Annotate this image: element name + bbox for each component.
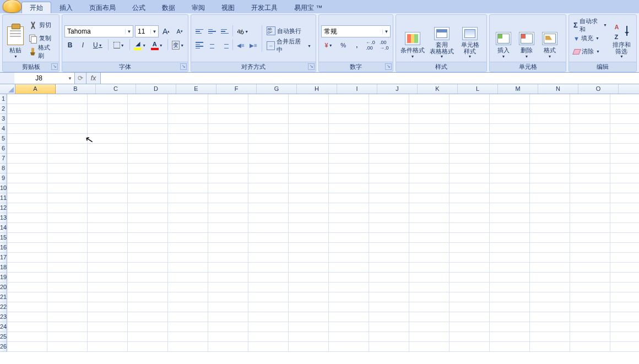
cell[interactable]: [450, 154, 490, 164]
cell[interactable]: [450, 134, 490, 144]
cell[interactable]: [369, 154, 409, 164]
cell[interactable]: [168, 94, 208, 104]
cell[interactable]: [610, 114, 639, 124]
cell[interactable]: [450, 213, 490, 223]
cell[interactable]: [168, 233, 208, 243]
sort-filter-button[interactable]: 排序和 筛选▼: [609, 18, 634, 59]
cell[interactable]: [450, 302, 490, 312]
cell[interactable]: [409, 263, 450, 273]
cell[interactable]: [570, 332, 610, 342]
cell[interactable]: [450, 183, 490, 193]
percent-button[interactable]: %: [337, 39, 350, 51]
cell[interactable]: [329, 134, 369, 144]
cell[interactable]: [490, 173, 530, 183]
cell[interactable]: [329, 273, 369, 282]
cell[interactable]: [570, 183, 610, 193]
cell[interactable]: [530, 94, 570, 104]
cell[interactable]: [490, 322, 530, 332]
cell[interactable]: [248, 282, 289, 292]
row-header[interactable]: 13: [0, 213, 7, 223]
cell[interactable]: [7, 263, 47, 273]
cell[interactable]: [47, 302, 88, 312]
cell[interactable]: [168, 114, 208, 124]
cell[interactable]: [570, 322, 610, 332]
cell[interactable]: [7, 312, 47, 322]
clipboard-launcher[interactable]: ↘: [51, 63, 58, 70]
cell[interactable]: [450, 114, 490, 124]
cell[interactable]: [610, 312, 639, 322]
cell[interactable]: [369, 94, 409, 104]
cell[interactable]: [329, 233, 369, 243]
cell[interactable]: [570, 302, 610, 312]
cell[interactable]: [128, 263, 168, 273]
cell[interactable]: [47, 193, 88, 203]
cell[interactable]: [409, 193, 450, 203]
cell[interactable]: [530, 173, 570, 183]
row-header[interactable]: 11: [0, 193, 7, 203]
cell[interactable]: [168, 134, 208, 144]
cell[interactable]: [570, 104, 610, 114]
cell[interactable]: [610, 213, 639, 223]
cell[interactable]: [248, 332, 289, 342]
row-header[interactable]: 24: [0, 322, 7, 332]
cell[interactable]: [329, 94, 369, 104]
valign-mid-button[interactable]: [206, 25, 218, 37]
cell[interactable]: [88, 144, 128, 154]
cell-area[interactable]: ↖: [7, 94, 639, 352]
cell[interactable]: [208, 213, 248, 223]
cell[interactable]: [530, 273, 570, 282]
cell[interactable]: [7, 273, 47, 282]
cell[interactable]: [570, 253, 610, 263]
font-name-combo[interactable]: Tahoma▼: [64, 25, 133, 37]
cell[interactable]: [208, 124, 248, 134]
cell[interactable]: [369, 173, 409, 183]
cell[interactable]: [490, 332, 530, 342]
cell[interactable]: [168, 104, 208, 114]
col-header-J[interactable]: J: [377, 84, 418, 94]
cell[interactable]: [208, 183, 248, 193]
cell[interactable]: [369, 193, 409, 203]
cell[interactable]: [88, 223, 128, 233]
cell[interactable]: [248, 94, 289, 104]
cell[interactable]: [7, 94, 47, 104]
cell[interactable]: [289, 322, 329, 332]
delete-button[interactable]: 删除▼: [515, 18, 538, 59]
cell[interactable]: [369, 253, 409, 263]
cell[interactable]: [490, 263, 530, 273]
chevron-down-icon[interactable]: ▼: [125, 29, 133, 34]
cell[interactable]: [570, 164, 610, 173]
cell[interactable]: [168, 282, 208, 292]
orientation-button[interactable]: ab▼: [235, 25, 251, 37]
cell[interactable]: [47, 223, 88, 233]
cell[interactable]: [409, 173, 450, 183]
cell[interactable]: [530, 104, 570, 114]
cell[interactable]: [369, 104, 409, 114]
cell[interactable]: [450, 233, 490, 243]
cell[interactable]: [88, 134, 128, 144]
cell[interactable]: [610, 144, 639, 154]
tab-insert[interactable]: 插入: [51, 2, 81, 13]
cell[interactable]: [168, 332, 208, 342]
cell[interactable]: [88, 164, 128, 173]
cell[interactable]: [570, 243, 610, 253]
cell[interactable]: [289, 134, 329, 144]
cell[interactable]: [289, 154, 329, 164]
cell[interactable]: [610, 134, 639, 144]
fill-button[interactable]: ▼填充▼: [571, 32, 609, 45]
cell[interactable]: [450, 223, 490, 233]
cell[interactable]: [329, 322, 369, 332]
cell[interactable]: [88, 292, 128, 302]
cell[interactable]: [329, 253, 369, 263]
cell[interactable]: [168, 173, 208, 183]
cell[interactable]: [610, 302, 639, 312]
cell[interactable]: [369, 282, 409, 292]
col-header-F[interactable]: F: [216, 84, 257, 94]
cell[interactable]: [7, 193, 47, 203]
autosum-button[interactable]: Σ自动求和▼: [571, 19, 609, 31]
cell[interactable]: [570, 233, 610, 243]
cell[interactable]: [289, 164, 329, 173]
cell[interactable]: [7, 173, 47, 183]
cell[interactable]: [530, 193, 570, 203]
cell[interactable]: [409, 154, 450, 164]
cell[interactable]: [248, 253, 289, 263]
